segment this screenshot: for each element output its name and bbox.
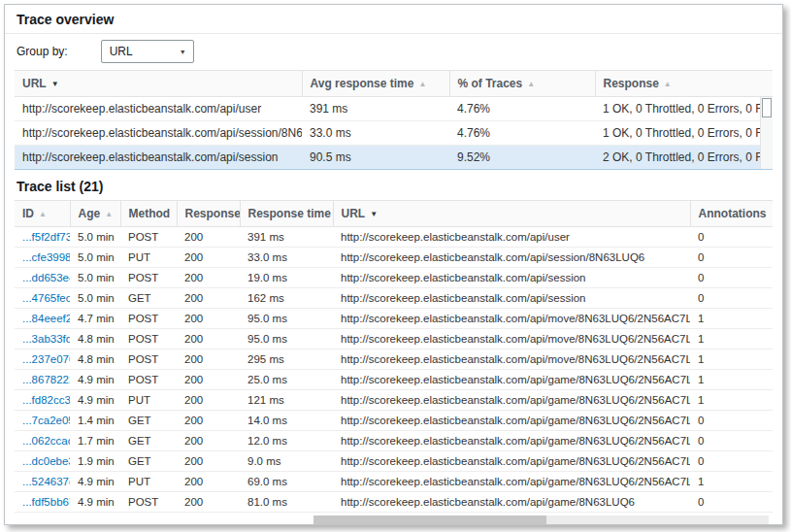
- trace-response-time-cell: 19.0 ms: [240, 268, 333, 288]
- trace-response-cell: 200: [177, 329, 240, 349]
- trace-response-cell: 200: [177, 411, 240, 431]
- column-header-annotations[interactable]: Annotations▲: [690, 201, 773, 227]
- column-label: Avg response time: [311, 77, 414, 90]
- trace-id-link[interactable]: ...cfe39980: [22, 251, 70, 263]
- trace-row[interactable]: ...84eeef29 4.7 min POST 200 95.0 ms htt…: [15, 309, 773, 329]
- trace-id-cell: ...524637dc: [15, 472, 70, 492]
- trace-id-cell: ...f5f2df73: [15, 227, 70, 248]
- trace-id-cell: ...3ab33fdb: [15, 329, 70, 349]
- column-label: ID: [22, 207, 34, 220]
- trace-url-cell: http://scorekeep.elasticbeanstalk.com/ap…: [333, 288, 690, 309]
- trace-id-link[interactable]: ...dd653e4c: [22, 272, 70, 283]
- column-header-response-time[interactable]: Response time▲: [240, 201, 333, 227]
- trace-id-cell: ...4765fec8: [15, 288, 70, 309]
- trace-annotations-cell: 1: [690, 472, 773, 492]
- trace-row[interactable]: ...237e0705 4.8 min POST 200 295 ms http…: [15, 349, 773, 370]
- horizontal-scrollbar-track[interactable]: [313, 515, 769, 524]
- column-header-pct-of-traces[interactable]: % of Traces▲: [449, 71, 595, 97]
- trace-url-cell: http://scorekeep.elasticbeanstalk.com/ap…: [333, 411, 690, 431]
- trace-id-link[interactable]: ...fd82cc32: [22, 394, 70, 406]
- vertical-scrollbar-thumb[interactable]: [762, 98, 772, 117]
- trace-row[interactable]: ...4765fec8 5.0 min GET 200 162 ms http:…: [15, 288, 773, 309]
- column-header-url[interactable]: URL▼: [15, 71, 302, 97]
- trace-response-cell: 200: [177, 472, 240, 492]
- column-header-id[interactable]: ID▲: [15, 201, 70, 227]
- trace-overview-row[interactable]: http://scorekeep.elasticbeanstalk.com/ap…: [15, 146, 773, 170]
- trace-response-time-cell: 25.0 ms: [240, 370, 333, 390]
- group-by-row: Group by: URL ▼: [5, 34, 782, 70]
- trace-url-cell: http://scorekeep.elasticbeanstalk.com/ap…: [333, 248, 690, 268]
- trace-url-cell: http://scorekeep.elasticbeanstalk.com/ap…: [333, 492, 690, 513]
- trace-id-link[interactable]: ...fdf5bb67: [22, 496, 70, 508]
- trace-id-link[interactable]: ...524637dc: [22, 476, 70, 487]
- column-header-response[interactable]: Response▲: [595, 71, 773, 97]
- trace-age-cell: 1.9 min: [70, 451, 120, 472]
- trace-age-cell: 5.0 min: [70, 227, 120, 248]
- trace-id-link[interactable]: ...7ca2e05f: [22, 415, 70, 426]
- trace-id-cell: ...cfe39980: [15, 248, 70, 268]
- trace-id-cell: ...84eeef29: [15, 309, 70, 329]
- column-header-avg-response-time[interactable]: Avg response time▲: [302, 71, 449, 97]
- trace-row[interactable]: ...524637dc 4.9 min PUT 200 69.0 ms http…: [15, 472, 773, 492]
- trace-id-link[interactable]: ...84eeef29: [22, 313, 70, 324]
- column-header-method[interactable]: Method▲: [120, 201, 177, 227]
- trace-id-cell: ...fdf5bb67: [15, 492, 70, 513]
- trace-row[interactable]: ...dd653e4c 5.0 min POST 200 19.0 ms htt…: [15, 268, 773, 288]
- trace-response-cell: 200: [177, 390, 240, 411]
- overview-url-cell: http://scorekeep.elasticbeanstalk.com/ap…: [15, 97, 302, 121]
- column-header-response[interactable]: Response▲: [177, 201, 240, 227]
- group-by-label: Group by:: [16, 45, 68, 58]
- sort-asc-icon: ▲: [664, 80, 672, 88]
- trace-row[interactable]: ...7ca2e05f 1.4 min GET 200 14.0 ms http…: [15, 411, 773, 431]
- trace-age-cell: 5.0 min: [70, 248, 120, 268]
- trace-row[interactable]: ...fdf5bb67 4.9 min POST 200 81.0 ms htt…: [15, 492, 773, 513]
- trace-overview-row[interactable]: http://scorekeep.elasticbeanstalk.com/ap…: [15, 121, 773, 146]
- trace-response-cell: 200: [177, 431, 240, 451]
- trace-id-link[interactable]: ...86782227: [22, 374, 70, 385]
- column-label: Method: [129, 207, 171, 220]
- sort-asc-icon: ▲: [105, 210, 113, 218]
- trace-id-cell: ...fd82cc32: [15, 390, 70, 411]
- trace-id-link[interactable]: ...4765fec8: [22, 292, 70, 304]
- trace-id-link[interactable]: ...f5f2df73: [22, 231, 70, 243]
- trace-annotations-cell: 0: [690, 248, 773, 268]
- trace-overview-row[interactable]: http://scorekeep.elasticbeanstalk.com/ap…: [15, 97, 773, 121]
- group-by-selected-value: URL: [110, 45, 133, 58]
- trace-overview-table-wrap: URL▼ Avg response time▲ % of Traces▲ Res…: [15, 70, 773, 170]
- overview-url-cell: http://scorekeep.elasticbeanstalk.com/ap…: [15, 121, 302, 146]
- trace-row[interactable]: ...86782227 4.9 min POST 200 25.0 ms htt…: [15, 370, 773, 390]
- trace-row[interactable]: ...f5f2df73 5.0 min POST 200 391 ms http…: [15, 227, 773, 248]
- vertical-scrollbar-track[interactable]: [760, 97, 773, 169]
- column-label: Annotations: [699, 207, 767, 220]
- trace-age-cell: 4.9 min: [70, 492, 120, 513]
- trace-age-cell: 4.9 min: [70, 472, 120, 492]
- trace-row[interactable]: ...3ab33fdb 4.8 min POST 200 95.0 ms htt…: [15, 329, 773, 349]
- horizontal-scrollbar-thumb[interactable]: [313, 515, 546, 524]
- trace-row[interactable]: ...062ccac5 1.7 min GET 200 12.0 ms http…: [15, 431, 773, 451]
- trace-url-cell: http://scorekeep.elasticbeanstalk.com/ap…: [333, 472, 690, 492]
- trace-url-cell: http://scorekeep.elasticbeanstalk.com/ap…: [333, 349, 690, 370]
- trace-response-cell: 200: [177, 370, 240, 390]
- trace-id-cell: ...dc0ebe3c: [15, 451, 70, 472]
- column-header-url[interactable]: URL▼: [333, 201, 690, 227]
- trace-annotations-cell: 1: [690, 329, 773, 349]
- trace-method-cell: GET: [120, 288, 177, 309]
- column-header-age[interactable]: Age▲: [70, 201, 120, 227]
- group-by-select[interactable]: URL ▼: [101, 40, 194, 63]
- column-label: Response: [185, 207, 241, 220]
- trace-id-link[interactable]: ...dc0ebe3c: [22, 455, 70, 467]
- trace-row[interactable]: ...cfe39980 5.0 min PUT 200 33.0 ms http…: [15, 248, 773, 268]
- trace-id-link[interactable]: ...3ab33fdb: [22, 333, 70, 345]
- trace-row[interactable]: ...fd82cc32 4.9 min PUT 200 121 ms http:…: [15, 390, 773, 411]
- trace-id-link[interactable]: ...062ccac5: [22, 435, 70, 447]
- trace-id-link[interactable]: ...237e0705: [22, 353, 70, 365]
- trace-url-cell: http://scorekeep.elasticbeanstalk.com/ap…: [333, 227, 690, 248]
- trace-method-cell: GET: [120, 431, 177, 451]
- trace-row[interactable]: ...dc0ebe3c 1.9 min GET 200 9.0 ms http:…: [15, 451, 773, 472]
- trace-list-title: Trace list (21): [5, 170, 782, 200]
- trace-response-cell: 200: [177, 451, 240, 472]
- trace-annotations-cell: 1: [690, 370, 773, 390]
- column-label: Response time: [248, 207, 331, 220]
- trace-annotations-cell: 0: [690, 431, 773, 451]
- trace-method-cell: PUT: [120, 390, 177, 411]
